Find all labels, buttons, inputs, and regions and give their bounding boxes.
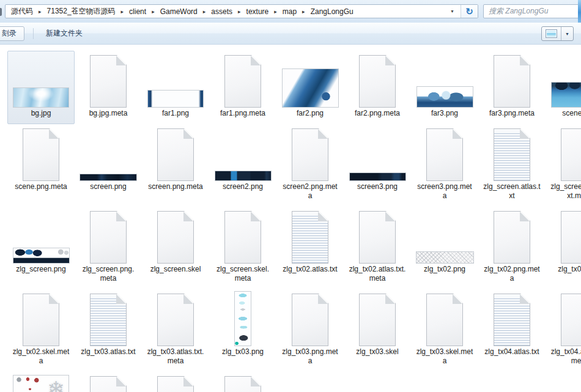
file-label: zlg_screen.atlas.txt.meta [550, 182, 581, 201]
file-tile[interactable]: screen.png [75, 124, 142, 207]
search-input[interactable]: 搜索 ZangLongGu [483, 4, 581, 18]
breadcrumb[interactable]: 源代码▸71352_苍空物语源码▸client▸GameWord▸assets▸… [5, 4, 478, 18]
file-label: zlg_screen.skel [150, 265, 201, 274]
file-icon-area [480, 209, 544, 264]
image-thumbnail [147, 90, 204, 108]
breadcrumb-item[interactable]: 源代码 [9, 5, 35, 18]
explorer-window: 源代码▸71352_苍空物语源码▸client▸GameWord▸assets▸… [0, 0, 581, 392]
file-label: far3.png [431, 109, 458, 118]
breadcrumb-item[interactable]: map [281, 6, 298, 17]
file-tile[interactable]: zlg_screen.png.meta [75, 207, 142, 289]
breadcrumb-separator-icon: ▸ [298, 9, 309, 15]
file-icon-area [413, 291, 476, 346]
breadcrumb-item[interactable]: assets [209, 6, 234, 17]
file-icon-area [211, 209, 275, 264]
file-icon-area [211, 374, 275, 392]
file-tile[interactable]: bg.jpg.meta [75, 51, 142, 124]
breadcrumb-item[interactable]: 71352_苍空物语源码 [45, 5, 117, 18]
breadcrumb-separator-icon: ▸ [270, 9, 281, 15]
new-folder-button[interactable]: 新建文件夹 [41, 25, 87, 42]
file-tile[interactable]: zlg_tx03.atlas.txt.meta [142, 289, 209, 372]
file-label: screen3.png.meta [416, 182, 473, 201]
file-tile[interactable] [142, 372, 209, 392]
text-document-icon [90, 294, 127, 346]
file-tile[interactable]: far2.png.meta [344, 51, 411, 124]
file-tile[interactable]: screen2.png [209, 124, 276, 207]
file-tile[interactable]: screen3.png [344, 124, 411, 207]
file-icon-area [480, 291, 544, 346]
file-icon-area [547, 126, 581, 181]
file-tile[interactable]: zlg_tx03.atlas.txt [75, 289, 142, 372]
breadcrumb-item[interactable]: client [127, 6, 148, 17]
file-tile[interactable]: zlg_tx02.skel [546, 207, 581, 289]
blank-document-icon [23, 128, 59, 181]
file-tile[interactable] [7, 372, 75, 392]
file-tile[interactable]: scene.png [546, 51, 581, 124]
file-tile[interactable]: zlg_tx03.png [209, 289, 276, 372]
breadcrumb-item[interactable]: ZangLongGu [309, 6, 355, 17]
blank-document-icon [90, 55, 127, 108]
file-tile[interactable]: zlg_tx04.atlas.txt [478, 289, 546, 372]
file-tile[interactable]: zlg_screen.skel.meta [209, 207, 276, 289]
burn-button[interactable]: 刻录 [0, 26, 24, 41]
blank-document-icon [561, 128, 581, 181]
file-tile[interactable]: screen3.png.meta [411, 124, 478, 207]
address-dropdown-icon[interactable]: ▼ [444, 9, 461, 13]
file-tile[interactable]: zlg_tx02.atlas.txt.meta [344, 207, 411, 289]
breadcrumb-item[interactable]: GameWord [158, 6, 199, 17]
image-thumbnail [349, 172, 406, 181]
file-tile[interactable]: zlg_screen.png [7, 207, 75, 289]
file-tile[interactable]: far1.png [142, 51, 209, 124]
file-icon-area [278, 209, 342, 264]
file-tile[interactable]: zlg_tx02.skel.meta [7, 289, 75, 372]
file-icon-area [9, 53, 73, 108]
view-dropdown[interactable]: ▼ [561, 27, 573, 40]
file-label: far1.png [162, 109, 189, 118]
file-tile[interactable]: zlg_screen.skel [142, 207, 209, 289]
file-tile[interactable]: far3.png [411, 51, 478, 124]
change-view-button[interactable]: ▼ [541, 26, 574, 41]
image-thumbnail [416, 251, 474, 264]
file-tile[interactable]: zlg_screen.atlas.txt [478, 124, 546, 207]
file-tile[interactable]: zlg_tx02.atlas.txt [276, 207, 344, 289]
file-tile[interactable]: far3.png.meta [478, 51, 546, 124]
clipped-ui-fragment [0, 8, 2, 16]
chevron-down-icon: ▼ [565, 32, 569, 36]
file-label: zlg_tx03.png [222, 347, 264, 357]
file-tile[interactable]: zlg_tx03.png.meta [276, 289, 344, 372]
breadcrumb-item[interactable]: texture [245, 6, 271, 17]
file-icon-area [144, 291, 207, 346]
file-tile[interactable]: far1.png.meta [209, 51, 276, 124]
refresh-button[interactable]: ↻ [461, 5, 478, 18]
file-tile[interactable]: zlg_tx02.png.meta [478, 207, 546, 289]
file-tile[interactable]: bg.jpg [7, 51, 75, 124]
file-tile[interactable] [209, 372, 276, 392]
file-tile[interactable]: zlg_tx02.png [411, 207, 478, 289]
breadcrumb-separator-icon: ▸ [199, 9, 210, 15]
file-label: zlg_tx04.atlas.txt [484, 347, 539, 357]
file-icon-area [211, 53, 275, 108]
file-label: zlg_screen.skel.meta [214, 265, 272, 283]
file-label: zlg_screen.atlas.txt [483, 182, 541, 201]
file-tile[interactable]: scene.png.meta [7, 124, 75, 207]
file-label: zlg_tx03.skel.meta [416, 347, 473, 366]
blank-document-icon [494, 211, 530, 264]
file-label: zlg_tx03.png.meta [281, 347, 339, 366]
image-thumbnail [13, 375, 69, 392]
file-tile[interactable]: screen.png.meta [142, 124, 209, 207]
file-tile[interactable] [75, 372, 142, 392]
file-label: scene.png [562, 109, 581, 118]
file-label: screen2.png.meta [281, 182, 339, 201]
blank-document-icon [359, 211, 396, 264]
file-label: zlg_tx03.atlas.txt [81, 347, 135, 357]
breadcrumb-separator-icon: ▸ [35, 9, 45, 15]
file-tile[interactable]: far2.png [276, 51, 344, 124]
file-tile[interactable]: screen2.png.meta [276, 124, 344, 207]
blank-document-icon [426, 128, 463, 181]
file-tile[interactable]: zlg_screen.atlas.txt.meta [546, 124, 581, 207]
blank-document-icon [561, 294, 581, 346]
file-tile[interactable]: zlg_tx04.atlas.txt.meta [546, 289, 581, 372]
text-document-icon [494, 128, 530, 181]
file-tile[interactable]: zlg_tx03.skel [344, 289, 411, 372]
file-tile[interactable]: zlg_tx03.skel.meta [411, 289, 478, 372]
